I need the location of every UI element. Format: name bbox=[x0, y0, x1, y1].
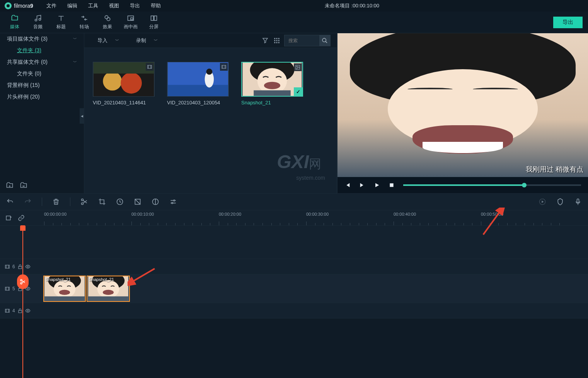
tab-audio[interactable]: 音频 bbox=[26, 13, 49, 32]
folder-icon bbox=[11, 14, 19, 22]
svg-rect-48 bbox=[5, 265, 10, 268]
delete-button[interactable] bbox=[52, 198, 60, 206]
crop-button[interactable] bbox=[98, 198, 106, 206]
link-icon[interactable] bbox=[18, 215, 25, 221]
svg-rect-58 bbox=[44, 296, 85, 301]
svg-rect-14 bbox=[274, 42, 275, 43]
svg-point-0 bbox=[35, 19, 37, 21]
sidebar-folder-shared[interactable]: 文件夹 (0) bbox=[0, 68, 84, 80]
svg-rect-16 bbox=[278, 42, 280, 43]
prev-frame-button[interactable] bbox=[344, 182, 351, 188]
sidebar-backgrounds[interactable]: 背景样例 (15) bbox=[0, 80, 84, 91]
search-input[interactable] bbox=[285, 36, 319, 45]
track-row: 6 bbox=[0, 259, 588, 274]
media-item[interactable]: ✓ Snapshot_21 bbox=[241, 62, 303, 106]
speed-button[interactable] bbox=[116, 198, 124, 206]
timeline-clip[interactable]: Snapshot_21 bbox=[43, 276, 86, 302]
record-button[interactable]: 录制﹀ bbox=[129, 36, 165, 46]
marker-button[interactable] bbox=[556, 198, 564, 206]
render-preview-button[interactable] bbox=[539, 198, 546, 206]
media-sidebar: 项目媒体文件 (3)﹀ 文件夹 (3) 共享媒体文件 (0)﹀ 文件夹 (0) … bbox=[0, 33, 84, 193]
progress-thumb[interactable] bbox=[522, 183, 527, 187]
grid-view-icon[interactable] bbox=[273, 36, 281, 45]
timeline: 00:00:00:0000:00:10:0000:00:20:0000:00:3… bbox=[0, 210, 588, 318]
tab-titles[interactable]: 标题 bbox=[49, 13, 73, 32]
voice-button[interactable] bbox=[574, 198, 582, 206]
svg-point-19 bbox=[103, 72, 122, 90]
tab-effects[interactable]: 效果 bbox=[96, 13, 119, 32]
color-button[interactable] bbox=[134, 198, 141, 206]
preview-caption: 我刚用过 稍微有点 bbox=[526, 165, 583, 174]
svg-point-1 bbox=[39, 19, 41, 20]
delete-folder-icon[interactable] bbox=[19, 182, 28, 189]
menu-help[interactable]: 帮助 bbox=[146, 1, 165, 11]
text-icon bbox=[57, 14, 65, 22]
green-screen-button[interactable] bbox=[152, 198, 159, 206]
split-button[interactable] bbox=[80, 198, 88, 206]
search-button[interactable] bbox=[319, 35, 330, 46]
svg-point-30 bbox=[257, 68, 287, 94]
tab-pip[interactable]: 画中画 bbox=[119, 13, 142, 32]
svg-point-26 bbox=[206, 69, 213, 75]
redo-button[interactable] bbox=[24, 198, 32, 206]
media-label: VID_20210403_120054 bbox=[167, 100, 229, 106]
new-folder-icon[interactable] bbox=[5, 182, 14, 189]
app-logo: filmora9 bbox=[5, 2, 33, 9]
svg-rect-49 bbox=[19, 266, 22, 269]
media-item[interactable]: VID_20210403_120054 bbox=[167, 62, 229, 106]
sidebar-shared-media[interactable]: 共享媒体文件 (0)﹀ bbox=[0, 56, 84, 68]
timeline-ruler[interactable]: 00:00:00:0000:00:10:0000:00:20:0000:00:3… bbox=[42, 210, 588, 225]
tab-transitions[interactable]: 转场 bbox=[73, 13, 96, 32]
check-icon: ✓ bbox=[294, 87, 302, 96]
svg-point-2 bbox=[105, 15, 108, 19]
media-panel: 导入﹀ 录制﹀ VID_20210403_114641 bbox=[84, 33, 337, 193]
menu-file[interactable]: 文件 bbox=[42, 1, 61, 11]
menu-view[interactable]: 视图 bbox=[104, 1, 124, 11]
play-button[interactable] bbox=[374, 182, 380, 188]
tab-media[interactable]: 媒体 bbox=[3, 13, 26, 32]
search-box bbox=[284, 35, 331, 46]
svg-point-47 bbox=[20, 283, 22, 284]
sidebar-collapse-button[interactable]: ◀ bbox=[80, 108, 84, 124]
next-frame-button[interactable] bbox=[359, 182, 365, 188]
sidebar-folder-project[interactable]: 文件夹 (3) bbox=[0, 45, 84, 56]
track-head: 4 bbox=[0, 303, 42, 318]
lock-icon[interactable] bbox=[17, 264, 23, 269]
svg-point-57 bbox=[59, 290, 70, 295]
menu-edit[interactable]: 编辑 bbox=[63, 1, 82, 11]
svg-point-61 bbox=[97, 280, 119, 298]
export-button[interactable]: 导出 bbox=[553, 17, 583, 28]
eye-icon[interactable] bbox=[25, 308, 31, 313]
music-icon bbox=[34, 14, 42, 22]
logo-text: filmora bbox=[14, 3, 30, 9]
menu-tools[interactable]: 工具 bbox=[84, 1, 103, 11]
timeline-clip[interactable]: Snapshot_21 bbox=[87, 276, 130, 302]
undo-button[interactable] bbox=[6, 198, 14, 206]
stop-button[interactable] bbox=[389, 182, 395, 188]
timeline-spacer bbox=[0, 226, 588, 259]
preview-progress[interactable] bbox=[403, 184, 581, 186]
playhead[interactable] bbox=[22, 226, 23, 378]
track-content[interactable]: Snapshot_21Snapshot_21 bbox=[42, 274, 588, 303]
scissors-icon[interactable] bbox=[17, 274, 29, 289]
sidebar-intros[interactable]: 片头样例 (20) bbox=[0, 91, 84, 103]
tab-split[interactable]: 分屏 bbox=[142, 13, 165, 32]
sidebar-project-media[interactable]: 项目媒体文件 (3)﹀ bbox=[0, 33, 84, 45]
svg-point-50 bbox=[27, 266, 29, 267]
track-head: 6 bbox=[0, 259, 42, 274]
svg-rect-35 bbox=[390, 183, 393, 187]
eye-icon[interactable] bbox=[25, 264, 31, 269]
media-toolbar: 导入﹀ 录制﹀ bbox=[84, 33, 337, 48]
svg-rect-22 bbox=[148, 65, 152, 68]
menu-export[interactable]: 导出 bbox=[125, 1, 145, 11]
svg-rect-13 bbox=[278, 40, 280, 41]
adjust-button[interactable] bbox=[169, 198, 177, 206]
filter-icon[interactable] bbox=[261, 36, 269, 45]
preview-viewport[interactable]: 我刚用过 稍微有点 bbox=[337, 33, 588, 177]
svg-rect-45 bbox=[6, 216, 10, 220]
lock-icon[interactable] bbox=[17, 308, 23, 313]
import-button[interactable]: 导入﹀ bbox=[90, 36, 126, 46]
track-row[interactable]: 5 Snapshot_21Snapshot_21 bbox=[0, 274, 588, 303]
add-track-icon[interactable] bbox=[5, 215, 12, 221]
media-item[interactable]: VID_20210403_114641 bbox=[93, 62, 155, 106]
